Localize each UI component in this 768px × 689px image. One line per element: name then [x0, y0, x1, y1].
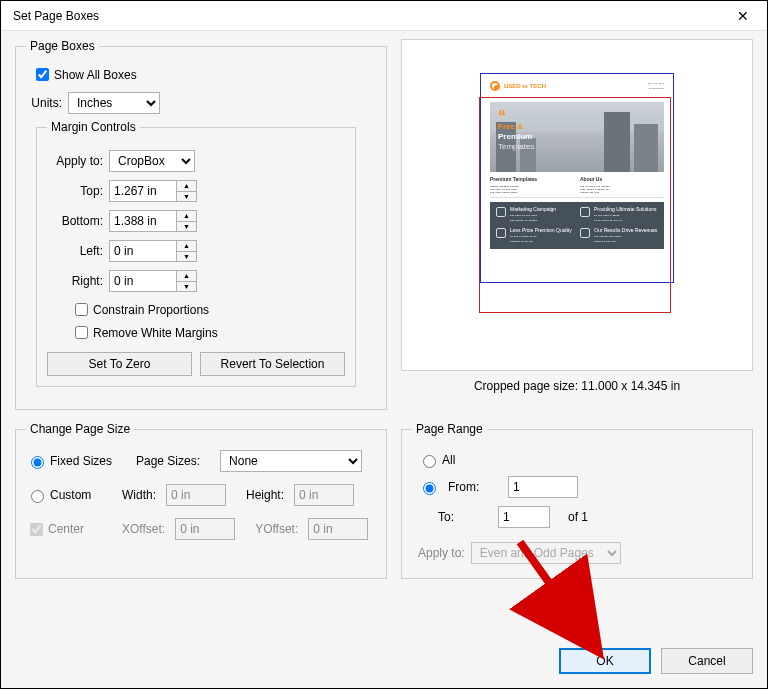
to-label: To:	[438, 510, 478, 524]
logo-icon	[490, 81, 500, 91]
fixed-sizes-radio[interactable]	[31, 456, 44, 469]
margin-left-label: Left:	[47, 244, 103, 258]
constrain-proportions-label: Constrain Proportions	[93, 303, 209, 317]
yoffset-input	[308, 518, 368, 540]
margin-right-input[interactable]	[110, 271, 176, 291]
spin-down-icon[interactable]: ▼	[177, 252, 196, 262]
change-page-size-group: Change Page Size Fixed Sizes Page Sizes:…	[15, 422, 387, 579]
preview-area: USED to TECH ••• ••• ••••••••••••••• “ F…	[401, 39, 753, 422]
of-pages-text: of 1	[568, 510, 588, 524]
apply-to-select[interactable]: CropBox	[109, 150, 195, 172]
page-range-legend: Page Range	[412, 422, 487, 436]
page-range-group: Page Range All From: To: of 1 Apply to:	[401, 422, 753, 579]
remove-white-margins-checkbox[interactable]	[75, 326, 88, 339]
all-pages-radio[interactable]	[423, 455, 436, 468]
units-select[interactable]: Inches	[68, 92, 160, 114]
spin-up-icon[interactable]: ▲	[177, 271, 196, 282]
dialog-footer: OK Cancel	[15, 648, 753, 688]
all-pages-label: All	[442, 453, 455, 467]
spin-down-icon[interactable]: ▼	[177, 222, 196, 232]
change-page-size-legend: Change Page Size	[26, 422, 134, 436]
margin-left-input[interactable]	[110, 241, 176, 261]
page-sizes-select[interactable]: None	[220, 450, 362, 472]
width-input	[166, 484, 226, 506]
preview-caption: Cropped page size: 11.000 x 14.345 in	[401, 379, 753, 393]
page-sizes-label: Page Sizes:	[136, 454, 200, 468]
hero-free: Free &	[498, 122, 534, 132]
remove-white-margins-label: Remove White Margins	[93, 326, 218, 340]
dialog-content: Page Boxes Show All Boxes Units: Inches …	[1, 31, 767, 688]
xoffset-label: XOffset:	[122, 522, 165, 536]
revert-selection-button[interactable]: Revert To Selection	[200, 352, 345, 376]
spin-up-icon[interactable]: ▲	[177, 181, 196, 192]
margin-right-label: Right:	[47, 274, 103, 288]
hero-premium: Premium	[498, 132, 534, 142]
window-title: Set Page Boxes	[13, 9, 99, 23]
xoffset-input	[175, 518, 235, 540]
preview-page: USED to TECH ••• ••• ••••••••••••••• “ F…	[482, 75, 672, 335]
range-apply-to-select: Even and Odd Pages	[471, 542, 621, 564]
cancel-button[interactable]: Cancel	[661, 648, 753, 674]
custom-radio[interactable]	[31, 490, 44, 503]
margin-bottom-label: Bottom:	[47, 214, 103, 228]
from-input[interactable]	[508, 476, 578, 498]
titlebar: Set Page Boxes ✕	[1, 1, 767, 31]
margin-right-spinner[interactable]: ▲▼	[109, 270, 197, 292]
spin-up-icon[interactable]: ▲	[177, 211, 196, 222]
custom-label: Custom	[50, 488, 91, 502]
width-label: Width:	[122, 488, 156, 502]
margin-top-spinner[interactable]: ▲▼	[109, 180, 197, 202]
close-icon[interactable]: ✕	[731, 8, 755, 24]
dialog-window: Set Page Boxes ✕ Page Boxes Show All Box…	[0, 0, 768, 689]
set-to-zero-button[interactable]: Set To Zero	[47, 352, 192, 376]
margin-left-spinner[interactable]: ▲▼	[109, 240, 197, 262]
range-apply-to-label: Apply to:	[418, 546, 465, 560]
to-input[interactable]	[498, 506, 550, 528]
spin-down-icon[interactable]: ▼	[177, 282, 196, 292]
ok-button[interactable]: OK	[559, 648, 651, 674]
preview-box: USED to TECH ••• ••• ••••••••••••••• “ F…	[401, 39, 753, 371]
spin-up-icon[interactable]: ▲	[177, 241, 196, 252]
fixed-sizes-label: Fixed Sizes	[50, 454, 112, 468]
margin-bottom-input[interactable]	[110, 211, 176, 231]
page-boxes-legend: Page Boxes	[26, 39, 99, 53]
center-checkbox	[30, 523, 43, 536]
constrain-proportions-checkbox[interactable]	[75, 303, 88, 316]
spin-down-icon[interactable]: ▼	[177, 192, 196, 202]
show-all-boxes-checkbox[interactable]	[36, 68, 49, 81]
margin-bottom-spinner[interactable]: ▲▼	[109, 210, 197, 232]
height-label: Height:	[246, 488, 284, 502]
height-input	[294, 484, 354, 506]
show-all-boxes-label: Show All Boxes	[54, 68, 137, 82]
units-label: Units:	[26, 96, 68, 110]
from-label: From:	[448, 480, 488, 494]
from-radio[interactable]	[423, 482, 436, 495]
apply-to-label: Apply to:	[47, 154, 103, 168]
hero-templates: Templates	[498, 142, 534, 152]
margin-controls-legend: Margin Controls	[47, 120, 140, 134]
margin-top-input[interactable]	[110, 181, 176, 201]
margin-top-label: Top:	[47, 184, 103, 198]
yoffset-label: YOffset:	[255, 522, 298, 536]
page-boxes-group: Page Boxes Show All Boxes Units: Inches …	[15, 39, 387, 410]
margin-controls-group: Margin Controls Apply to: CropBox Top: ▲…	[36, 120, 356, 387]
quote-icon: “	[498, 112, 534, 122]
center-label: Center	[48, 522, 84, 536]
